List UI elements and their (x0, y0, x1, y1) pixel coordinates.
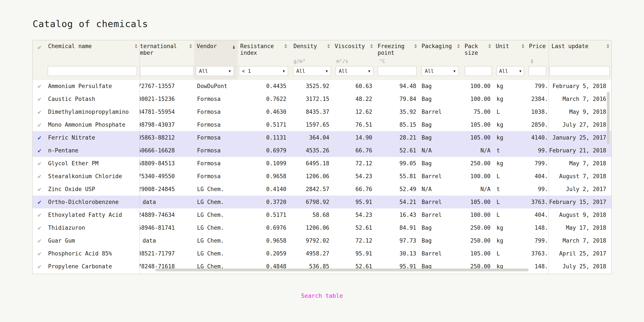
table-row[interactable]: ✔ Guar Gum data LG Chem. 0.9658 9792.02 … (33, 234, 611, 247)
filter-input-price[interactable] (528, 66, 546, 76)
sort-both-icon[interactable] (488, 44, 491, 48)
cell-price: 799. (526, 157, 548, 170)
row-check-icon[interactable]: ✔ (33, 260, 46, 273)
filter-input-international-number[interactable] (140, 66, 194, 76)
filter-select-density[interactable]: All▼ (293, 66, 331, 76)
page-title: Catalog of chemicals (33, 18, 148, 29)
cell-unit: kg (493, 221, 526, 234)
cell-resistance-index: 0.4140 (238, 183, 289, 196)
filter-input-pack-size[interactable] (465, 66, 492, 76)
filter-input-chemical-name[interactable] (48, 66, 137, 76)
sort-both-icon[interactable] (457, 44, 460, 48)
cell-density: 58.68 (289, 208, 332, 221)
row-check-icon[interactable]: ✔ (33, 80, 46, 92)
cell-density: 6495.18 (289, 157, 332, 170)
row-check-icon[interactable]: ✔ (33, 234, 46, 247)
filter-select-viscosity[interactable]: All▼ (336, 66, 374, 76)
column-header-last-update[interactable]: Last update (548, 40, 611, 56)
table-row[interactable]: ✔ Thidiazuron 58946-81741 LG Chem. 0.697… (33, 221, 611, 234)
column-header-vendor[interactable]: Vendor ↓ (194, 40, 238, 56)
row-check-icon[interactable]: ✔ (33, 196, 46, 208)
vertical-scrollbar-thumb[interactable] (607, 92, 610, 144)
cell-resistance-index: 0.4435 (238, 80, 289, 92)
select-all-check-icon[interactable]: ✔ (38, 44, 42, 50)
cell-last-update: July 2, 2017 (548, 183, 611, 196)
row-check-icon[interactable]: ✔ (33, 170, 46, 183)
table-row[interactable]: ✔ Ferric Nitrate 05863-88212 Formosa 0.1… (33, 131, 611, 144)
cell-international-number: 75340-49550 (140, 170, 194, 183)
cell-last-update: May 17, 2018 (548, 221, 611, 234)
cell-last-update: August 7, 2018 (548, 170, 611, 183)
pinned-left-divider (140, 40, 140, 274)
sort-both-icon[interactable] (522, 44, 524, 48)
table-row[interactable]: ✔ Dimethylaminopropylamino 34781-55954 F… (33, 106, 611, 118)
cell-viscosity: 54.23 (332, 170, 375, 183)
cell-packaging: Bag (419, 80, 462, 92)
row-check-icon[interactable]: ✔ (33, 247, 46, 260)
column-header-unit[interactable]: Unit (493, 40, 526, 56)
row-check-icon[interactable]: ✔ (33, 208, 46, 221)
table-row[interactable]: ✔ Zinc Oxide USP 29008-24845 LG Chem. 0.… (33, 183, 611, 196)
column-header-viscosity[interactable]: Viscosity (332, 40, 375, 56)
column-header-packaging[interactable]: Packaging (419, 40, 462, 56)
cell-viscosity: 48.22 (332, 92, 375, 106)
column-header-resistance-index[interactable]: Resistance index (238, 40, 289, 56)
filter-select-packaging[interactable]: All▼ (422, 66, 459, 76)
row-check-icon[interactable]: ✔ (33, 157, 46, 170)
filter-select-resistance-index[interactable]: < 1▼ (239, 66, 288, 76)
table-row[interactable]: ✔ n-Pentane 50666-16628 Formosa 0.6979 4… (33, 144, 611, 157)
table-row[interactable]: ✔ Mono Ammonium Phosphate 98798-43037 Fo… (33, 118, 611, 131)
column-header-freezing-point[interactable]: Freezing point (375, 40, 419, 56)
cell-last-update: August 9, 2018 (548, 208, 611, 221)
table-row[interactable]: ✔ Glycol Ether PM 58809-84513 Formosa 0.… (33, 157, 611, 170)
filter-input-last-update[interactable] (550, 66, 610, 76)
cell-last-update: May 7, 2018 (548, 157, 611, 170)
row-check-icon[interactable]: ✔ (33, 131, 46, 144)
cell-pack-size: 75.00 (462, 106, 493, 118)
cell-pack-size: 105.00 (462, 118, 493, 131)
sort-both-icon[interactable] (607, 44, 609, 48)
horizontal-scrollbar-thumb[interactable] (155, 268, 529, 271)
cell-resistance-index: 0.1131 (238, 131, 289, 144)
cell-packaging: Bag (419, 131, 462, 144)
table-row[interactable]: ✔ Caustic Potash 30021-15236 Formosa 0.7… (33, 92, 611, 106)
table-row[interactable]: ✔ Phosphoric Acid 85% 38521-71797 LG Che… (33, 247, 611, 260)
table-row[interactable]: ✔ Stearalkonium Chloride 75340-49550 For… (33, 170, 611, 183)
filter-input-freezing-point[interactable] (378, 66, 417, 76)
sort-both-icon[interactable] (370, 44, 373, 48)
filter-select-unit[interactable]: All▼ (496, 66, 524, 76)
sort-both-icon[interactable] (284, 44, 287, 48)
search-table-link[interactable]: Search table (0, 292, 644, 299)
cell-packaging: Barrel (419, 208, 462, 221)
column-header-pack-size[interactable]: Pack size (462, 40, 493, 56)
cell-price: 148. (526, 260, 548, 273)
row-check-icon[interactable]: ✔ (33, 92, 46, 106)
sort-both-icon[interactable] (327, 44, 330, 48)
cell-unit: t (493, 183, 526, 196)
sort-both-icon[interactable] (414, 44, 417, 48)
cell-resistance-index: 0.7622 (238, 92, 289, 106)
sort-both-icon[interactable] (189, 44, 192, 48)
row-check-icon[interactable]: ✔ (33, 183, 46, 196)
column-header-price[interactable]: Price (526, 40, 548, 56)
column-header-density[interactable]: Density (289, 40, 332, 56)
cell-viscosity: 60.63 (332, 80, 375, 92)
cell-viscosity: 52.61 (332, 221, 375, 234)
row-check-icon[interactable]: ✔ (33, 106, 46, 118)
sort-both-icon[interactable] (135, 44, 138, 48)
cell-chemical-name: Stearalkonium Chloride (46, 170, 140, 183)
cell-unit: L (493, 170, 526, 183)
cell-price: 799. (526, 80, 548, 92)
select-all-header[interactable]: ✔ (33, 40, 46, 56)
table-row[interactable]: ✔ Ortho-Dichlorobenzene data LG Chem. 0.… (33, 196, 611, 208)
table-row[interactable]: ✔ Ethoxylated Fatty Acid 24889-74634 LG … (33, 208, 611, 221)
row-check-icon[interactable]: ✔ (33, 221, 46, 234)
column-header-international-number[interactable]: ternational mber (140, 40, 194, 56)
row-check-icon[interactable]: ✔ (33, 144, 46, 157)
sort-desc-icon[interactable]: ↓ (232, 43, 236, 50)
cell-vendor: LG Chem. (194, 247, 238, 260)
row-check-icon[interactable]: ✔ (33, 118, 46, 131)
table-row[interactable]: ✔ Ammonium Persulfate 72767-13557 DowDuP… (33, 80, 611, 92)
column-header-chemical-name[interactable]: Chemical name (46, 40, 140, 56)
filter-select-vendor[interactable]: All▼ (196, 66, 234, 76)
